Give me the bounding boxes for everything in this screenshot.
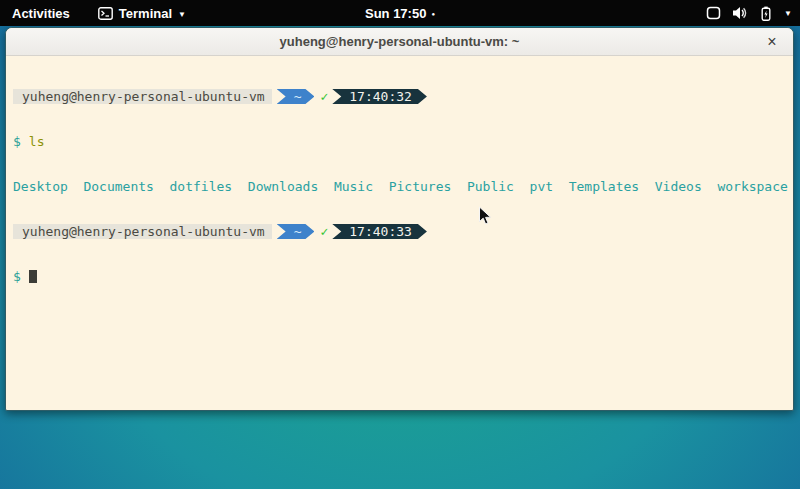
prompt-cwd-segment: ~: [277, 224, 315, 239]
current-input-line[interactable]: $: [13, 269, 793, 284]
window-title: yuheng@henry-personal-ubuntu-vm: ~: [280, 34, 520, 49]
mouse-cursor-icon: [478, 206, 494, 230]
volume-icon: [732, 6, 748, 20]
chevron-down-icon: ▼: [784, 9, 792, 18]
clock-label: Sun 17:50: [365, 6, 426, 21]
status-check-icon: ✓: [320, 224, 328, 239]
close-button[interactable]: ×: [761, 28, 783, 55]
prompt-line-2: yuheng@henry-personal-ubuntu-vm ~ ✓ 17:4…: [13, 224, 793, 239]
ls-output-line: Desktop Documents dotfiles Downloads Mus…: [13, 179, 793, 194]
prompt-user-host: yuheng@henry-personal-ubuntu-vm: [13, 89, 272, 104]
text-cursor-block: [29, 270, 37, 283]
battery-charging-icon: [759, 6, 773, 21]
window-titlebar[interactable]: yuheng@henry-personal-ubuntu-vm: ~ ×: [6, 28, 793, 56]
clock-menu[interactable]: Sun 17:50●: [0, 6, 800, 21]
status-check-icon: ✓: [320, 89, 328, 104]
system-status-menu[interactable]: ▼: [706, 0, 792, 26]
prompt-line-1: yuheng@henry-personal-ubuntu-vm ~ ✓ 17:4…: [13, 89, 793, 104]
command-text: ls: [29, 134, 45, 149]
prompt-cwd-segment: ~: [277, 89, 315, 104]
prompt-time-segment: 17:40:32: [332, 89, 427, 104]
top-bar: Activities Terminal ▼ Sun 17:50●: [0, 0, 800, 26]
terminal-content[interactable]: yuheng@henry-personal-ubuntu-vm ~ ✓ 17:4…: [6, 56, 793, 314]
terminal-window: yuheng@henry-personal-ubuntu-vm: ~ × yuh…: [5, 27, 794, 411]
screen-icon: [706, 6, 721, 20]
prompt-symbol: $: [13, 134, 21, 149]
prompt-symbol: $: [13, 269, 21, 284]
ls-output: Desktop Documents dotfiles Downloads Mus…: [13, 179, 788, 194]
notification-dot-icon: ●: [431, 11, 435, 17]
prompt-user-host: yuheng@henry-personal-ubuntu-vm: [13, 224, 272, 239]
command-line: $ ls: [13, 134, 793, 149]
prompt-time-segment: 17:40:33: [332, 224, 427, 239]
